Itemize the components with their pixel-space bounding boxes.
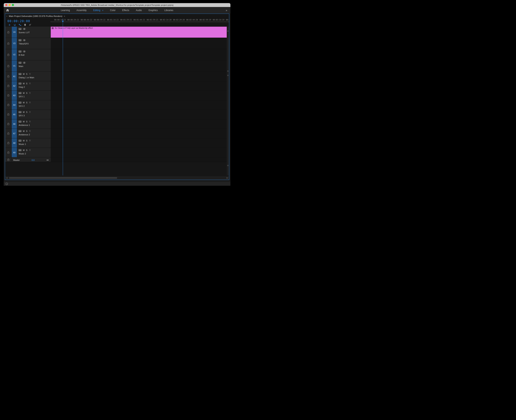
track-target-toggle[interactable]: A1 — [12, 72, 17, 81]
mute-button[interactable]: M — [23, 111, 24, 113]
solo-button[interactable]: S — [26, 149, 27, 151]
track-lock-button[interactable] — [5, 100, 12, 110]
track-name[interactable]: SFX 2 — [19, 105, 51, 107]
playhead[interactable] — [63, 18, 63, 27]
track-target-toggle[interactable]: V2 — [12, 49, 17, 60]
zoom-handle-icon[interactable] — [227, 70, 228, 72]
zoom-handle-icon[interactable] — [227, 75, 228, 76]
voiceover-button[interactable] — [29, 140, 31, 142]
solo-button[interactable]: S — [26, 130, 27, 132]
mute-button[interactable]: M — [23, 140, 24, 142]
track-lock-button[interactable] — [5, 157, 12, 162]
track-lane[interactable] — [51, 72, 229, 81]
toggle-track-output[interactable] — [23, 39, 26, 41]
workspace-tab-color[interactable]: Color — [110, 9, 116, 12]
voiceover-button[interactable] — [29, 111, 31, 113]
track-header[interactable]: V3Titles/GFX — [5, 38, 51, 49]
track-name[interactable]: SFX 1 — [19, 95, 51, 98]
playhead-timecode[interactable]: 00:00:20:00 — [7, 19, 51, 23]
voiceover-button[interactable] — [29, 120, 31, 123]
mute-button[interactable]: M — [23, 121, 24, 123]
mute-button[interactable]: M — [23, 92, 24, 94]
mute-button[interactable]: M — [23, 73, 24, 75]
home-button[interactable] — [4, 9, 11, 12]
track-name[interactable]: Ambience 2 — [19, 134, 51, 136]
track-target-toggle[interactable]: V1 — [12, 60, 17, 71]
track-name[interactable]: Ambience 1 — [19, 124, 51, 126]
track-lane[interactable] — [51, 157, 229, 162]
track-target-toggle[interactable]: A8 — [12, 138, 17, 148]
workspace-tab-audio[interactable]: Audio — [136, 9, 142, 12]
solo-button[interactable]: S — [26, 82, 27, 85]
minimize-window-button[interactable] — [8, 4, 11, 6]
track-lane[interactable] — [51, 81, 229, 90]
workspace-tab-assembly[interactable]: Assembly — [76, 9, 87, 12]
track-name[interactable]: Music 1 — [19, 143, 51, 145]
track-lock-button[interactable] — [5, 138, 12, 148]
track-lock-button[interactable] — [5, 60, 12, 71]
mute-button[interactable]: M — [23, 149, 24, 151]
solo-button[interactable]: S — [26, 73, 27, 75]
mute-button[interactable]: M — [23, 130, 24, 132]
track-lane[interactable] — [51, 38, 229, 49]
workspace-menu-icon[interactable]: ≡ — [102, 9, 103, 11]
workspace-tab-libraries[interactable]: Libraries — [164, 9, 173, 12]
track-lane[interactable] — [51, 49, 229, 60]
track-target-toggle[interactable]: A7 — [12, 129, 17, 138]
track-lock-button[interactable] — [5, 81, 12, 90]
track-lane[interactable] — [51, 129, 229, 138]
zoom-in-handle[interactable] — [226, 177, 228, 179]
track-header[interactable]: A7MSAmbience 2 — [5, 129, 51, 138]
workspace-tab-learning[interactable]: Learning — [61, 9, 70, 12]
track-target-toggle[interactable]: A2 — [12, 81, 17, 90]
zoom-handle-icon[interactable] — [227, 30, 228, 32]
panel-menu-button[interactable]: ≡ — [64, 15, 65, 17]
solo-button[interactable]: S — [26, 140, 27, 142]
track-target-toggle[interactable]: A4 — [12, 100, 17, 110]
solo-button[interactable]: S — [26, 121, 27, 123]
track-target-toggle[interactable]: A3 — [12, 91, 17, 100]
voiceover-button[interactable] — [29, 101, 31, 104]
track-header[interactable]: A5MSSFX 3 — [5, 110, 51, 119]
track-lock-button[interactable] — [5, 27, 12, 38]
master-level[interactable]: 0.0 — [32, 159, 35, 161]
voiceover-button[interactable] — [29, 73, 31, 75]
voiceover-button[interactable] — [29, 149, 31, 151]
track-lock-button[interactable] — [5, 49, 12, 60]
mute-button[interactable]: M — [23, 82, 24, 85]
track-lock-button[interactable] — [5, 148, 12, 157]
output-toggle-icon[interactable] — [46, 159, 49, 161]
track-name[interactable]: Scenic LUT — [19, 31, 51, 34]
voiceover-button[interactable] — [29, 130, 31, 132]
track-header[interactable]: A4MSSFX 2 — [5, 100, 51, 110]
creative-cloud-icon[interactable] — [5, 182, 8, 185]
track-target-toggle[interactable]: A5 — [12, 110, 17, 119]
track-lane[interactable] — [51, 110, 229, 119]
track-lock-button[interactable] — [5, 38, 12, 49]
fx-badge-icon[interactable] — [52, 27, 54, 29]
clip[interactable]: SL Clean LUT Adj Layer as Masterclip eff… — [51, 27, 229, 38]
track-header[interactable]: A9MSMusic 2 — [5, 148, 51, 157]
track-target-toggle[interactable]: A9 — [12, 148, 17, 157]
solo-button[interactable]: S — [26, 92, 27, 94]
marker-icon[interactable] — [24, 24, 26, 26]
scrollbar-thumb[interactable] — [9, 177, 117, 179]
solo-button[interactable]: S — [26, 102, 27, 104]
workspace-tab-editing[interactable]: Editing — [93, 9, 100, 12]
track-lane[interactable] — [51, 91, 229, 100]
track-name[interactable]: Dialog 1 or Main — [19, 76, 51, 79]
track-name[interactable]: Main — [19, 65, 51, 68]
track-name[interactable]: Diag 2 — [19, 86, 51, 88]
track-header[interactable]: V2B Roll — [5, 49, 51, 60]
workspace-tab-effects[interactable]: Effects — [122, 9, 129, 12]
workspace-tab-graphics[interactable]: Graphics — [149, 9, 158, 12]
track-lane[interactable] — [51, 100, 229, 110]
close-window-button[interactable] — [5, 4, 7, 6]
voiceover-button[interactable] — [29, 82, 31, 85]
track-target-toggle[interactable]: A6 — [12, 119, 17, 129]
close-panel-button[interactable]: × — [6, 15, 7, 17]
track-lock-button[interactable] — [5, 119, 12, 129]
track-name[interactable]: Titles/GFX — [19, 43, 51, 45]
track-target-toggle[interactable]: V4 — [12, 27, 17, 38]
track-lane[interactable] — [51, 60, 229, 71]
